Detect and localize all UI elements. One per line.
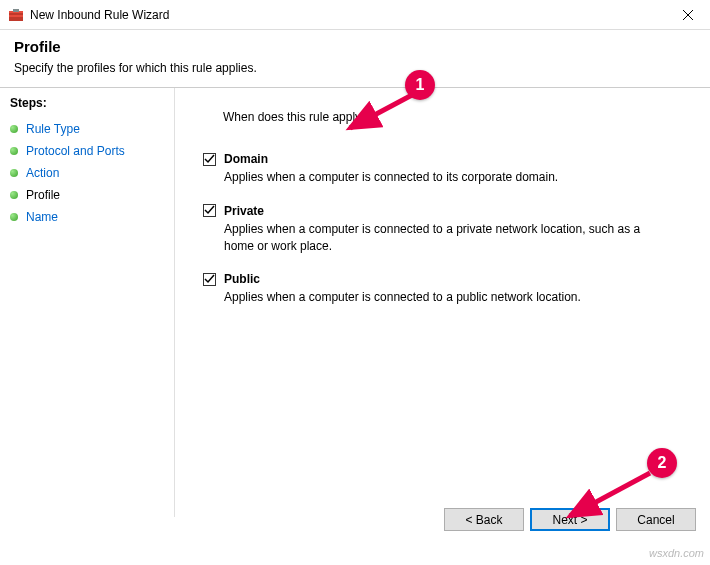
- step-bullet-icon: [10, 125, 18, 133]
- svg-rect-3: [13, 9, 19, 12]
- option-public: Public Applies when a computer is connec…: [203, 272, 682, 306]
- close-button[interactable]: [665, 0, 710, 30]
- step-bullet-icon: [10, 169, 18, 177]
- watermark: wsxdn.com: [649, 547, 704, 559]
- step-action[interactable]: Action: [10, 162, 164, 184]
- page-title: Profile: [14, 38, 696, 55]
- checkbox-public[interactable]: [203, 273, 216, 286]
- check-icon: [204, 205, 215, 216]
- checkbox-domain[interactable]: [203, 153, 216, 166]
- option-label: Private: [224, 204, 264, 218]
- option-label: Public: [224, 272, 260, 286]
- svg-rect-2: [9, 15, 23, 17]
- step-label: Name: [26, 210, 58, 224]
- step-rule-type[interactable]: Rule Type: [10, 118, 164, 140]
- option-label: Domain: [224, 152, 268, 166]
- option-desc: Applies when a computer is connected to …: [224, 221, 654, 255]
- annotation-badge-1: 1: [405, 70, 435, 100]
- back-button[interactable]: < Back: [444, 508, 524, 531]
- step-name[interactable]: Name: [10, 206, 164, 228]
- step-label: Profile: [26, 188, 60, 202]
- wizard-footer: < Back Next > Cancel: [444, 508, 696, 531]
- window-title: New Inbound Rule Wizard: [30, 8, 665, 22]
- step-label: Action: [26, 166, 59, 180]
- step-label: Protocol and Ports: [26, 144, 125, 158]
- close-icon: [683, 10, 693, 20]
- option-domain: Domain Applies when a computer is connec…: [203, 152, 682, 186]
- step-protocol-ports[interactable]: Protocol and Ports: [10, 140, 164, 162]
- content-question: When does this rule apply?: [223, 110, 682, 124]
- steps-sidebar: Steps: Rule Type Protocol and Ports Acti…: [0, 88, 175, 517]
- step-bullet-icon: [10, 213, 18, 221]
- annotation-badge-2: 2: [647, 448, 677, 478]
- checkbox-private[interactable]: [203, 204, 216, 217]
- step-bullet-icon: [10, 147, 18, 155]
- cancel-button[interactable]: Cancel: [616, 508, 696, 531]
- step-label: Rule Type: [26, 122, 80, 136]
- step-bullet-icon: [10, 191, 18, 199]
- firewall-icon: [8, 7, 24, 23]
- step-profile[interactable]: Profile: [10, 184, 164, 206]
- check-icon: [204, 154, 215, 165]
- next-button[interactable]: Next >: [530, 508, 610, 531]
- wizard-header: Profile Specify the profiles for which t…: [0, 30, 710, 87]
- option-private: Private Applies when a computer is conne…: [203, 204, 682, 255]
- check-icon: [204, 274, 215, 285]
- page-subtitle: Specify the profiles for which this rule…: [14, 61, 696, 75]
- wizard-content: When does this rule apply? Domain Applie…: [175, 88, 710, 517]
- option-desc: Applies when a computer is connected to …: [224, 289, 654, 306]
- option-desc: Applies when a computer is connected to …: [224, 169, 654, 186]
- titlebar: New Inbound Rule Wizard: [0, 0, 710, 30]
- steps-heading: Steps:: [10, 96, 164, 110]
- wizard-body: Steps: Rule Type Protocol and Ports Acti…: [0, 87, 710, 517]
